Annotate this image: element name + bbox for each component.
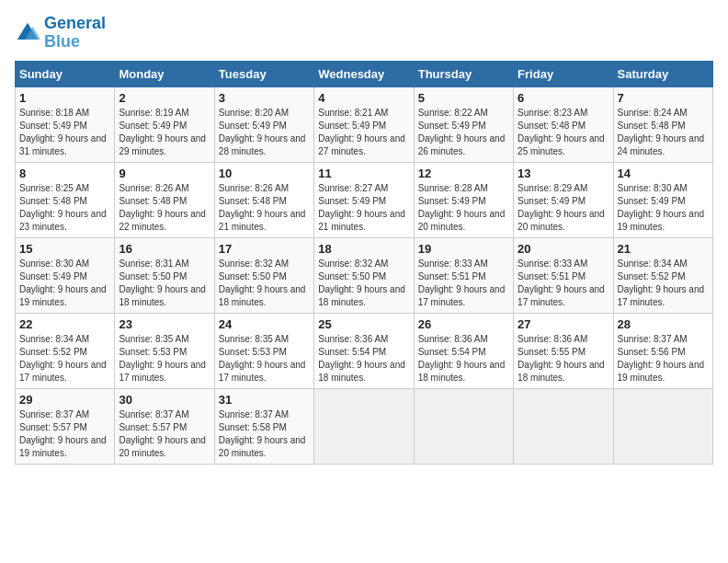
day-number: 4 bbox=[318, 91, 409, 105]
day-number: 23 bbox=[119, 317, 210, 331]
day-info: Sunrise: 8:27 AM Sunset: 5:49 PM Dayligh… bbox=[318, 182, 409, 234]
calendar-week-row: 22Sunrise: 8:34 AM Sunset: 5:52 PM Dayli… bbox=[16, 313, 713, 388]
calendar-cell: 9Sunrise: 8:26 AM Sunset: 5:48 PM Daylig… bbox=[115, 162, 214, 237]
day-info: Sunrise: 8:35 AM Sunset: 5:53 PM Dayligh… bbox=[219, 333, 310, 385]
day-number: 30 bbox=[119, 393, 210, 407]
day-info: Sunrise: 8:32 AM Sunset: 5:50 PM Dayligh… bbox=[318, 258, 409, 309]
day-number: 3 bbox=[219, 91, 310, 105]
day-number: 17 bbox=[219, 242, 310, 256]
weekday-header: Wednesday bbox=[314, 61, 414, 86]
day-number: 9 bbox=[119, 167, 210, 180]
day-info: Sunrise: 8:29 AM Sunset: 5:49 PM Dayligh… bbox=[518, 182, 609, 234]
day-info: Sunrise: 8:20 AM Sunset: 5:49 PM Dayligh… bbox=[219, 107, 310, 158]
day-number: 14 bbox=[618, 167, 709, 180]
calendar-cell: 3Sunrise: 8:20 AM Sunset: 5:49 PM Daylig… bbox=[214, 86, 313, 162]
day-number: 21 bbox=[618, 242, 709, 256]
calendar-cell: 11Sunrise: 8:27 AM Sunset: 5:49 PM Dayli… bbox=[314, 162, 414, 237]
calendar-cell: 17Sunrise: 8:32 AM Sunset: 5:50 PM Dayli… bbox=[214, 237, 313, 313]
day-number: 12 bbox=[418, 167, 509, 180]
calendar-cell bbox=[414, 388, 513, 464]
calendar-table: SundayMondayTuesdayWednesdayThursdayFrid… bbox=[15, 61, 713, 465]
day-info: Sunrise: 8:21 AM Sunset: 5:49 PM Dayligh… bbox=[318, 107, 409, 158]
day-number: 1 bbox=[19, 91, 110, 105]
page-header: General Blue bbox=[15, 15, 713, 52]
day-number: 27 bbox=[518, 317, 609, 331]
day-info: Sunrise: 8:34 AM Sunset: 5:52 PM Dayligh… bbox=[618, 258, 709, 309]
calendar-cell: 15Sunrise: 8:30 AM Sunset: 5:49 PM Dayli… bbox=[16, 237, 115, 313]
day-info: Sunrise: 8:35 AM Sunset: 5:53 PM Dayligh… bbox=[119, 333, 210, 385]
calendar-cell: 19Sunrise: 8:33 AM Sunset: 5:51 PM Dayli… bbox=[414, 237, 513, 313]
day-info: Sunrise: 8:34 AM Sunset: 5:52 PM Dayligh… bbox=[19, 333, 110, 385]
day-info: Sunrise: 8:22 AM Sunset: 5:49 PM Dayligh… bbox=[418, 107, 509, 158]
day-info: Sunrise: 8:37 AM Sunset: 5:58 PM Dayligh… bbox=[219, 408, 310, 460]
day-info: Sunrise: 8:36 AM Sunset: 5:54 PM Dayligh… bbox=[318, 333, 409, 385]
weekday-header: Thursday bbox=[414, 61, 513, 86]
calendar-cell: 13Sunrise: 8:29 AM Sunset: 5:49 PM Dayli… bbox=[514, 162, 613, 237]
day-info: Sunrise: 8:33 AM Sunset: 5:51 PM Dayligh… bbox=[518, 258, 609, 309]
logo-text: General Blue bbox=[44, 15, 106, 52]
day-number: 16 bbox=[119, 242, 210, 256]
calendar-cell: 21Sunrise: 8:34 AM Sunset: 5:52 PM Dayli… bbox=[613, 237, 712, 313]
calendar-cell: 18Sunrise: 8:32 AM Sunset: 5:50 PM Dayli… bbox=[314, 237, 414, 313]
day-number: 13 bbox=[518, 167, 609, 180]
calendar-cell: 7Sunrise: 8:24 AM Sunset: 5:48 PM Daylig… bbox=[613, 86, 712, 162]
day-info: Sunrise: 8:30 AM Sunset: 5:49 PM Dayligh… bbox=[19, 258, 110, 309]
logo: General Blue bbox=[15, 15, 106, 52]
calendar-week-row: 29Sunrise: 8:37 AM Sunset: 5:57 PM Dayli… bbox=[16, 388, 713, 464]
day-info: Sunrise: 8:26 AM Sunset: 5:48 PM Dayligh… bbox=[219, 182, 310, 234]
day-info: Sunrise: 8:23 AM Sunset: 5:48 PM Dayligh… bbox=[518, 107, 609, 158]
day-number: 31 bbox=[219, 393, 310, 407]
calendar-cell: 6Sunrise: 8:23 AM Sunset: 5:48 PM Daylig… bbox=[514, 86, 613, 162]
calendar-cell: 16Sunrise: 8:31 AM Sunset: 5:50 PM Dayli… bbox=[115, 237, 214, 313]
weekday-header: Sunday bbox=[16, 61, 115, 86]
weekday-header: Saturday bbox=[613, 61, 712, 86]
calendar-cell: 25Sunrise: 8:36 AM Sunset: 5:54 PM Dayli… bbox=[314, 313, 414, 388]
day-number: 25 bbox=[318, 317, 409, 331]
day-info: Sunrise: 8:19 AM Sunset: 5:49 PM Dayligh… bbox=[119, 107, 210, 158]
calendar-cell: 4Sunrise: 8:21 AM Sunset: 5:49 PM Daylig… bbox=[314, 86, 414, 162]
calendar-cell: 22Sunrise: 8:34 AM Sunset: 5:52 PM Dayli… bbox=[16, 313, 115, 388]
day-info: Sunrise: 8:33 AM Sunset: 5:51 PM Dayligh… bbox=[418, 258, 509, 309]
day-number: 29 bbox=[19, 393, 110, 407]
calendar-cell: 24Sunrise: 8:35 AM Sunset: 5:53 PM Dayli… bbox=[214, 313, 313, 388]
day-info: Sunrise: 8:28 AM Sunset: 5:49 PM Dayligh… bbox=[418, 182, 509, 234]
day-info: Sunrise: 8:37 AM Sunset: 5:57 PM Dayligh… bbox=[119, 408, 210, 460]
day-number: 24 bbox=[219, 317, 310, 331]
calendar-cell: 28Sunrise: 8:37 AM Sunset: 5:56 PM Dayli… bbox=[613, 313, 712, 388]
day-number: 28 bbox=[618, 317, 709, 331]
calendar-cell: 31Sunrise: 8:37 AM Sunset: 5:58 PM Dayli… bbox=[214, 388, 313, 464]
day-info: Sunrise: 8:26 AM Sunset: 5:48 PM Dayligh… bbox=[119, 182, 210, 234]
calendar-cell: 27Sunrise: 8:36 AM Sunset: 5:55 PM Dayli… bbox=[514, 313, 613, 388]
day-info: Sunrise: 8:32 AM Sunset: 5:50 PM Dayligh… bbox=[219, 258, 310, 309]
day-number: 5 bbox=[418, 91, 509, 105]
calendar-cell: 26Sunrise: 8:36 AM Sunset: 5:54 PM Dayli… bbox=[414, 313, 513, 388]
logo-icon bbox=[15, 20, 40, 46]
day-number: 6 bbox=[518, 91, 609, 105]
day-number: 18 bbox=[318, 242, 409, 256]
day-info: Sunrise: 8:37 AM Sunset: 5:57 PM Dayligh… bbox=[19, 408, 110, 460]
day-info: Sunrise: 8:30 AM Sunset: 5:49 PM Dayligh… bbox=[618, 182, 709, 234]
weekday-header: Tuesday bbox=[214, 61, 313, 86]
calendar-week-row: 1Sunrise: 8:18 AM Sunset: 5:49 PM Daylig… bbox=[16, 86, 713, 162]
calendar-cell: 10Sunrise: 8:26 AM Sunset: 5:48 PM Dayli… bbox=[214, 162, 313, 237]
calendar-cell bbox=[314, 388, 414, 464]
day-number: 15 bbox=[19, 242, 110, 256]
calendar-cell: 1Sunrise: 8:18 AM Sunset: 5:49 PM Daylig… bbox=[16, 86, 115, 162]
day-info: Sunrise: 8:36 AM Sunset: 5:54 PM Dayligh… bbox=[418, 333, 509, 385]
day-number: 22 bbox=[19, 317, 110, 331]
day-number: 2 bbox=[119, 91, 210, 105]
day-number: 7 bbox=[618, 91, 709, 105]
day-info: Sunrise: 8:18 AM Sunset: 5:49 PM Dayligh… bbox=[19, 107, 110, 158]
calendar-cell: 12Sunrise: 8:28 AM Sunset: 5:49 PM Dayli… bbox=[414, 162, 513, 237]
calendar-week-row: 8Sunrise: 8:25 AM Sunset: 5:48 PM Daylig… bbox=[16, 162, 713, 237]
calendar-cell: 2Sunrise: 8:19 AM Sunset: 5:49 PM Daylig… bbox=[115, 86, 214, 162]
calendar-cell: 29Sunrise: 8:37 AM Sunset: 5:57 PM Dayli… bbox=[16, 388, 115, 464]
calendar-cell: 5Sunrise: 8:22 AM Sunset: 5:49 PM Daylig… bbox=[414, 86, 513, 162]
day-number: 11 bbox=[318, 167, 409, 180]
day-number: 10 bbox=[219, 167, 310, 180]
weekday-header: Monday bbox=[115, 61, 214, 86]
day-info: Sunrise: 8:25 AM Sunset: 5:48 PM Dayligh… bbox=[19, 182, 110, 234]
day-number: 26 bbox=[418, 317, 509, 331]
weekday-header: Friday bbox=[514, 61, 613, 86]
calendar-cell: 14Sunrise: 8:30 AM Sunset: 5:49 PM Dayli… bbox=[613, 162, 712, 237]
